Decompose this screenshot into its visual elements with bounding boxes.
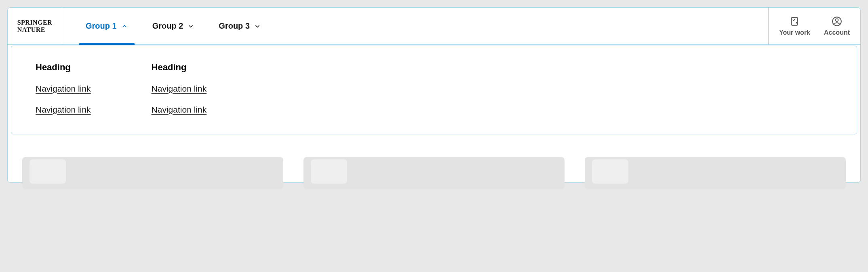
nav-tab-label: Group 3	[219, 21, 250, 31]
chevron-down-icon	[254, 23, 261, 30]
chevron-down-icon	[187, 23, 194, 30]
brand-logo: Springer Nature	[17, 19, 53, 33]
account-label: Account	[824, 29, 850, 36]
account-button[interactable]: Account	[821, 16, 853, 36]
header-bar: Springer Nature Group 1 Group 2 Group 3	[8, 8, 860, 45]
logo-line2: Nature	[17, 26, 45, 33]
dropdown-heading: Heading	[152, 62, 207, 73]
dropdown-nav-link[interactable]: Navigation link	[152, 105, 207, 115]
placeholder-card	[303, 157, 565, 189]
svg-rect-0	[792, 17, 798, 25]
nav-tab-group-1[interactable]: Group 1	[74, 8, 140, 44]
dropdown-nav-link[interactable]: Navigation link	[36, 105, 91, 115]
chevron-up-icon	[121, 23, 128, 30]
logo-line1: Springer	[17, 19, 53, 26]
logo-cell[interactable]: Springer Nature	[8, 8, 62, 44]
nav-tab-label: Group 2	[152, 21, 183, 31]
placeholder-card	[22, 157, 283, 189]
placeholder-card	[585, 157, 846, 189]
dropdown-nav-link[interactable]: Navigation link	[36, 84, 91, 94]
clipboard-check-icon	[789, 16, 800, 27]
nav-right: Your work Account	[768, 8, 860, 44]
account-icon	[832, 16, 842, 27]
dropdown-panel: Heading Navigation link Navigation link …	[11, 46, 857, 134]
svg-point-2	[836, 19, 839, 21]
dropdown-column-2: Heading Navigation link Navigation link	[152, 62, 207, 115]
placeholder-thumb	[592, 159, 628, 184]
your-work-button[interactable]: Your work	[776, 16, 813, 36]
nav-tab-label: Group 1	[86, 21, 117, 31]
app-frame: Springer Nature Group 1 Group 2 Group 3	[7, 7, 861, 183]
nav-tab-group-2[interactable]: Group 2	[140, 8, 207, 44]
dropdown-nav-link[interactable]: Navigation link	[152, 84, 207, 94]
dropdown-heading: Heading	[36, 62, 91, 73]
your-work-label: Your work	[779, 29, 810, 36]
dropdown-column-1: Heading Navigation link Navigation link	[36, 62, 91, 115]
background-cards	[8, 157, 860, 189]
nav-tabs: Group 1 Group 2 Group 3	[62, 8, 768, 44]
placeholder-thumb	[311, 159, 347, 184]
placeholder-thumb	[29, 159, 66, 184]
nav-tab-group-3[interactable]: Group 3	[206, 8, 273, 44]
